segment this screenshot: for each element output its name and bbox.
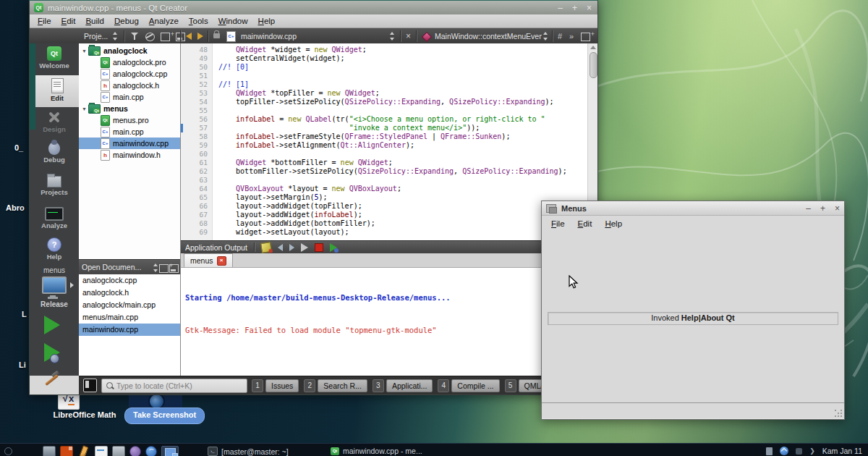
tree-file-main.cpp[interactable]: main.cpp xyxy=(79,91,180,103)
close-button[interactable]: × xyxy=(587,3,592,13)
clipboard-tray-icon[interactable] xyxy=(766,447,773,455)
clear-output-icon[interactable] xyxy=(260,242,272,253)
next-item-icon[interactable] xyxy=(289,244,294,251)
stop-icon[interactable] xyxy=(315,243,323,252)
open-documents-split-icon[interactable] xyxy=(159,264,169,273)
mode-debug[interactable]: Debug xyxy=(30,139,79,171)
tree-file-analogclock.pro[interactable]: analogclock.pro xyxy=(79,56,180,68)
tree-file-analogclock.cpp[interactable]: analogclock.cpp xyxy=(79,68,180,80)
mode-design[interactable]: Design xyxy=(30,107,79,139)
taskbar-clock[interactable]: Kam Jan 11 xyxy=(822,447,868,455)
browser-launcher-icon[interactable] xyxy=(145,446,157,456)
expand-arrow-icon[interactable]: ▼ xyxy=(82,106,88,111)
tree-file-analogclock.h[interactable]: analogclock.h xyxy=(79,80,180,91)
qtcreator-titlebar[interactable]: Qt mainwindow.cpp - menus - Qt Creator –… xyxy=(30,1,597,14)
menu-build[interactable]: Build xyxy=(80,14,109,28)
desktop-label-partial-2[interactable]: Abro xyxy=(6,203,25,212)
tray-expand-icon[interactable]: ❯ xyxy=(809,447,815,455)
minimize-button[interactable]: – xyxy=(558,3,563,13)
split-editor-icon[interactable] xyxy=(581,33,590,41)
menu-edit[interactable]: Edit xyxy=(56,14,81,28)
mode-help[interactable]: ?Help xyxy=(30,235,79,266)
overflow-chevron-icon[interactable]: » xyxy=(569,28,574,44)
taskbar-task-terminal[interactable]: ›_ [master@master: ~] xyxy=(208,447,331,456)
menu-analyze[interactable]: Analyze xyxy=(144,14,184,28)
resize-grip[interactable] xyxy=(835,410,842,417)
scrollbar-thumb[interactable] xyxy=(590,52,597,78)
menus-app-menu-file[interactable]: File xyxy=(545,217,571,230)
close-run-icon[interactable]: × xyxy=(217,256,226,266)
open-document-analogclock.cpp[interactable]: analogclock.cpp xyxy=(79,274,180,287)
desktop-label-partial-4[interactable]: Li xyxy=(19,360,26,369)
tree-project-menus[interactable]: ▼menus xyxy=(79,103,180,114)
pencil-launcher-icon[interactable] xyxy=(80,445,89,456)
split-pane-icon[interactable] xyxy=(161,33,170,41)
sync-with-editor-icon[interactable] xyxy=(145,33,155,41)
locator-field[interactable]: Type to locate (Ctrl+K) xyxy=(101,379,247,393)
menus-app-menu-help[interactable]: Help xyxy=(598,217,629,230)
output-pane-issues[interactable]: 1Issues xyxy=(252,379,299,392)
build-button[interactable] xyxy=(43,371,61,389)
app-launcher-icon[interactable] xyxy=(112,446,125,456)
taskbar-menu-icon[interactable] xyxy=(4,447,12,455)
open-document-analogclock.h[interactable]: analogclock.h xyxy=(79,287,180,299)
mode-projects[interactable]: Projects xyxy=(30,171,79,203)
impress-launcher-icon[interactable] xyxy=(60,446,73,456)
application-output-titlebar[interactable]: Application Output xyxy=(181,240,597,253)
update-tray-icon[interactable] xyxy=(780,447,788,455)
rerun-icon[interactable] xyxy=(301,243,308,252)
terminal-launcher-icon[interactable] xyxy=(43,446,56,456)
tree-project-analogclock[interactable]: ▼analogclock xyxy=(79,45,180,56)
tree-file-menus.pro[interactable]: menus.pro xyxy=(79,114,180,126)
line-number-icon[interactable]: # xyxy=(558,28,562,44)
menu-tools[interactable]: Tools xyxy=(184,14,213,28)
tree-file-mainwindow.cpp[interactable]: mainwindow.cpp xyxy=(79,138,180,149)
output-tab-menus[interactable]: menus × xyxy=(184,253,233,267)
writer-launcher-icon[interactable] xyxy=(95,446,108,456)
menus-titlebar[interactable]: Menus – + × xyxy=(542,201,844,216)
menu-file[interactable]: File xyxy=(33,14,56,28)
previous-item-icon[interactable] xyxy=(278,244,283,251)
menus-close-button[interactable]: × xyxy=(835,203,840,214)
desktop-label-partial-3[interactable]: L xyxy=(22,310,27,318)
open-document-mainwindow.cpp[interactable]: mainwindow.cpp xyxy=(79,324,180,336)
back-icon[interactable] xyxy=(186,33,192,40)
document-dropdown[interactable]: mainwindow.cpp xyxy=(241,28,386,44)
run-button[interactable] xyxy=(44,316,60,334)
menus-maximize-button[interactable]: + xyxy=(820,203,825,214)
project-pane-combo-icon[interactable] xyxy=(113,32,118,41)
mode-analyze[interactable]: Analyze xyxy=(30,203,79,235)
forward-icon[interactable] xyxy=(197,33,203,40)
tree-file-mainwindow.h[interactable]: mainwindow.h xyxy=(79,149,180,161)
open-documents-header[interactable]: Open Documen... xyxy=(79,259,180,274)
code-editor[interactable]: 4849505152535455565758596061626364656667… xyxy=(181,43,597,240)
output-pane-compile[interactable]: 4Compile ... xyxy=(438,379,499,392)
application-output-body[interactable]: Starting /home/master/build-menus-Deskto… xyxy=(181,268,597,376)
open-document-menus/main.cpp[interactable]: menus/main.cpp xyxy=(79,311,180,324)
taskbar-task-qtcreator[interactable]: Qt mainwindow.cpp - me... xyxy=(331,447,457,455)
menus-app-menu-edit[interactable]: Edit xyxy=(571,217,599,230)
output-pane-searchr[interactable]: 2Search R... xyxy=(304,379,367,392)
debug-run-button[interactable] xyxy=(44,343,60,362)
symbol-dropdown[interactable]: MainWindow::contextMenuEvent(QContex... xyxy=(435,28,542,44)
symbol-dropdown-icon[interactable] xyxy=(543,32,548,41)
tree-file-main.cpp[interactable]: main.cpp xyxy=(79,126,180,138)
menu-help[interactable]: Help xyxy=(253,14,281,28)
open-document-analogclock/main.cpp[interactable]: analogclock/main.cpp xyxy=(79,299,180,311)
tray-icon[interactable] xyxy=(796,448,802,455)
code-text-area[interactable]: QWidget *widget = new QWidget; setCentra… xyxy=(213,43,597,240)
menu-debug[interactable]: Debug xyxy=(109,14,144,28)
document-dropdown-icon[interactable] xyxy=(390,32,395,41)
close-document-icon[interactable]: × xyxy=(406,31,411,41)
desktop-label-partial-1[interactable]: 0_ xyxy=(14,143,23,152)
open-documents-sort-icon[interactable] xyxy=(153,263,158,272)
purple-app-launcher-icon[interactable] xyxy=(129,446,141,456)
take-screenshot-tooltip[interactable]: Take Screenshot xyxy=(124,408,205,424)
toggle-sidebar-icon[interactable] xyxy=(83,379,97,392)
maximize-button[interactable]: + xyxy=(572,3,577,13)
mode-edit[interactable]: Edit xyxy=(35,75,79,107)
output-pane-applicati[interactable]: 3Applicati... xyxy=(373,379,433,392)
menu-window[interactable]: Window xyxy=(213,14,253,28)
mode-welcome[interactable]: QtWelcome xyxy=(30,43,79,75)
lock-icon[interactable] xyxy=(213,33,220,38)
